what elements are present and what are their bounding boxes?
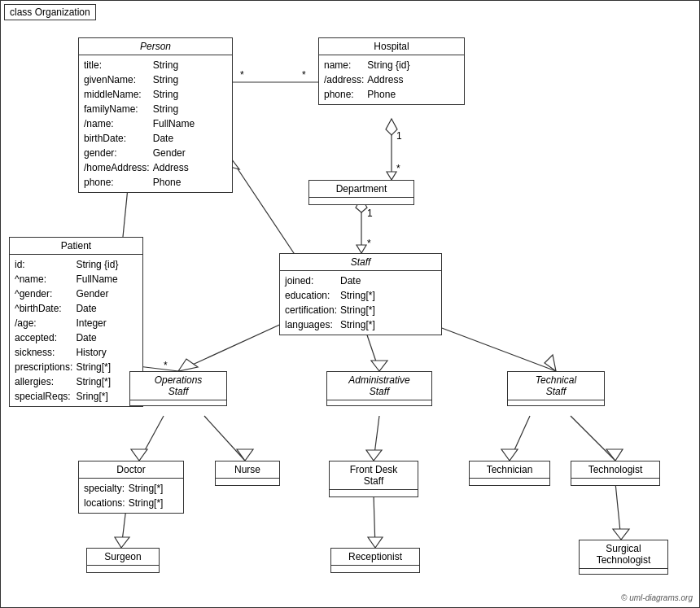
class-hospital-body: name:String {id} /address:Address phone:… xyxy=(319,55,464,104)
class-surgical-technologist-header: Surgical Technologist xyxy=(580,540,667,569)
svg-line-26 xyxy=(139,416,164,461)
class-front-desk-header: Front Desk Staff xyxy=(330,461,418,490)
class-technician-header: Technician xyxy=(470,461,549,479)
class-staff: Staff joined:Date education:String[*] ce… xyxy=(279,253,442,335)
svg-line-28 xyxy=(204,416,245,461)
svg-text:*: * xyxy=(240,69,244,81)
class-patient-header: Patient xyxy=(10,238,142,255)
class-technical-staff-body xyxy=(508,400,604,405)
class-person-header: Person xyxy=(79,38,232,55)
copyright: © uml-diagrams.org xyxy=(621,593,693,602)
class-nurse-header: Nurse xyxy=(216,461,279,479)
class-technical-staff-header: Technical Staff xyxy=(508,372,604,400)
class-technical-staff: Technical Staff xyxy=(507,371,605,406)
svg-marker-31 xyxy=(366,450,382,461)
class-nurse: Nurse xyxy=(215,461,280,486)
class-person-body: title:String givenName:String middleName… xyxy=(79,55,232,192)
diagram-container: class Organization * * 1 * 1 * * * xyxy=(0,0,700,608)
svg-marker-21 xyxy=(178,359,198,371)
svg-line-30 xyxy=(374,416,379,461)
class-surgical-technologist-body xyxy=(580,569,667,574)
svg-marker-27 xyxy=(131,449,147,461)
class-operations-staff: Operations Staff xyxy=(129,371,227,406)
svg-marker-37 xyxy=(115,537,129,548)
class-department-header: Department xyxy=(309,181,413,198)
class-front-desk-body xyxy=(330,490,418,496)
class-surgeon-header: Surgeon xyxy=(87,549,159,566)
class-patient: Patient id:String {id} ^name:FullName ^g… xyxy=(9,237,143,407)
class-technologist-header: Technologist xyxy=(571,461,659,479)
svg-text:*: * xyxy=(302,69,306,81)
diagram-title: class Organization xyxy=(4,4,96,20)
svg-text:1: 1 xyxy=(396,130,402,142)
svg-marker-35 xyxy=(606,449,623,461)
svg-text:*: * xyxy=(396,163,400,174)
class-admin-staff-body xyxy=(327,400,431,405)
class-doctor-body: specialty:String[*] locations:String[*] xyxy=(79,479,183,513)
svg-line-34 xyxy=(571,416,615,461)
class-technician: Technician xyxy=(469,461,550,486)
class-receptionist-header: Receptionist xyxy=(331,549,419,566)
class-technician-body xyxy=(470,479,549,485)
class-staff-header: Staff xyxy=(280,254,441,271)
class-receptionist: Receptionist xyxy=(330,548,420,573)
svg-line-40 xyxy=(615,483,621,540)
class-nurse-body xyxy=(216,479,279,485)
svg-marker-4 xyxy=(386,119,397,135)
class-hospital: Hospital name:String {id} /address:Addre… xyxy=(318,37,465,105)
class-hospital-header: Hospital xyxy=(319,38,464,55)
class-staff-body: joined:Date education:String[*] certific… xyxy=(280,271,441,335)
class-patient-body: id:String {id} ^name:FullName ^gender:Ge… xyxy=(10,255,142,406)
svg-marker-5 xyxy=(387,172,396,180)
svg-marker-25 xyxy=(545,355,556,371)
svg-text:1: 1 xyxy=(367,208,373,219)
svg-line-20 xyxy=(178,318,294,371)
class-admin-staff-header: Administrative Staff xyxy=(327,372,431,400)
svg-marker-23 xyxy=(371,361,387,371)
svg-marker-33 xyxy=(501,449,518,461)
svg-marker-29 xyxy=(237,449,253,461)
class-surgical-technologist: Surgical Technologist xyxy=(579,540,668,575)
class-surgeon-body xyxy=(87,566,159,572)
class-doctor-header: Doctor xyxy=(79,461,183,479)
class-front-desk: Front Desk Staff xyxy=(329,461,418,497)
class-person: Person title:String givenName:String mid… xyxy=(78,37,233,193)
svg-marker-10 xyxy=(357,245,366,253)
class-operations-staff-body xyxy=(130,400,226,405)
svg-line-38 xyxy=(374,495,375,548)
class-doctor: Doctor specialty:String[*] locations:Str… xyxy=(78,461,184,514)
svg-line-32 xyxy=(510,416,530,461)
svg-marker-41 xyxy=(613,529,629,540)
svg-marker-39 xyxy=(368,537,383,548)
class-surgeon: Surgeon xyxy=(86,548,160,573)
class-technologist-body xyxy=(571,479,659,485)
class-receptionist-body xyxy=(331,566,419,572)
class-department: Department xyxy=(308,180,414,205)
svg-text:*: * xyxy=(367,238,371,249)
svg-text:*: * xyxy=(164,360,168,371)
class-technologist: Technologist xyxy=(571,461,660,486)
class-department-body xyxy=(309,198,413,204)
class-admin-staff: Administrative Staff xyxy=(326,371,432,406)
class-operations-staff-header: Operations Staff xyxy=(130,372,226,400)
